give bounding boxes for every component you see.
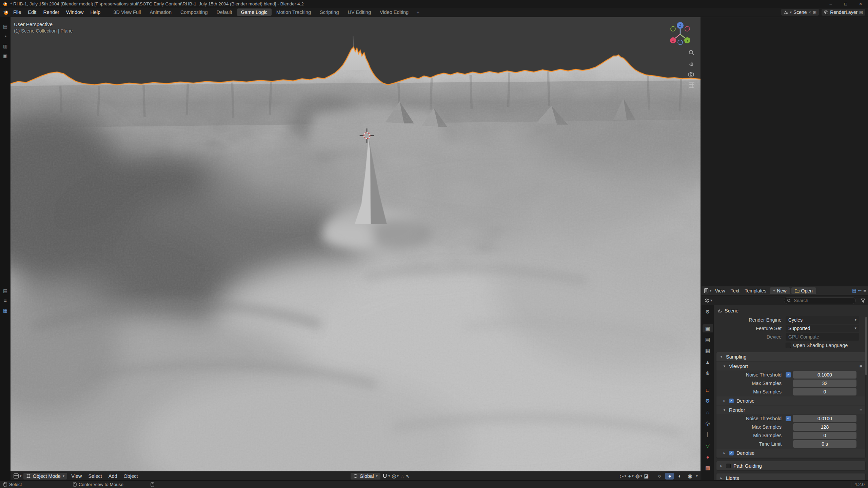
max-samples-field[interactable]: 32	[793, 380, 856, 387]
viewport-denoise-header[interactable]: ▸ ✓ Denoise	[716, 396, 865, 405]
props-tab-view-layer-icon[interactable]: ▦	[703, 347, 713, 355]
snap-extras-icon[interactable]: ∴	[400, 473, 404, 479]
menu-edit[interactable]: Edit	[24, 9, 40, 15]
props-tab-output-icon[interactable]: ▤	[703, 336, 713, 344]
editor-type-button[interactable]: ▾	[13, 473, 22, 479]
props-tab-material-icon[interactable]: ●	[703, 453, 713, 461]
text-menu-templates[interactable]: Templates	[743, 288, 768, 293]
sampling-viewport-header[interactable]: ▾ Viewport ≡	[716, 362, 865, 370]
show-object-types-button[interactable]: ▻ ▾	[620, 473, 626, 479]
transform-orientation-dropdown[interactable]: Global ▾	[351, 473, 380, 480]
menu-file[interactable]: File	[10, 9, 24, 15]
search-input[interactable]	[793, 298, 853, 303]
text-menu-text[interactable]: Text	[729, 288, 742, 293]
viewport-menu-object[interactable]: Object	[121, 473, 140, 479]
menu-render[interactable]: Render	[40, 9, 63, 15]
sampling-render-header[interactable]: ▾ Render ≡	[716, 406, 865, 414]
view-layer-new-icon[interactable]: ⊞	[859, 10, 863, 15]
editor-icon[interactable]: ▦	[3, 308, 7, 313]
scene-selector[interactable]: ▾ Scene × ⊞	[781, 9, 819, 16]
viewport-menu-add[interactable]: Add	[106, 473, 120, 479]
props-tab-object-icon[interactable]: □	[703, 386, 713, 394]
snap-magnet-button[interactable]: ▾	[382, 473, 390, 479]
tab-video-editing[interactable]: Video Editing	[376, 8, 413, 16]
sampling-panel-header[interactable]: ▾ Sampling	[716, 352, 865, 361]
render-denoise-checkbox[interactable]: ✓	[729, 451, 734, 455]
props-tab-texture-icon[interactable]: ▩	[703, 464, 713, 472]
shading-material-button[interactable]: ◐	[675, 473, 684, 480]
syntax-highlight-toggle-icon[interactable]: ≡	[863, 288, 866, 293]
maximize-button[interactable]: □	[838, 0, 853, 8]
preset-menu-icon[interactable]: ≡	[860, 407, 862, 413]
shading-solid-button[interactable]: ●	[665, 473, 674, 480]
path-guiding-checkbox[interactable]	[726, 464, 731, 468]
zoom-icon[interactable]	[688, 49, 695, 56]
tab-animation[interactable]: Animation	[145, 8, 175, 16]
editor-icon[interactable]: ▤	[3, 288, 7, 293]
shading-options-chevron[interactable]: ▾	[696, 474, 698, 478]
scene-new-icon[interactable]: ⊞	[813, 10, 816, 15]
mode-dropdown[interactable]: Object Mode ▾	[23, 473, 67, 480]
word-wrap-toggle-icon[interactable]: ↩	[858, 288, 862, 293]
props-tab-modifiers-icon[interactable]: ⚙	[703, 397, 713, 405]
lights-header[interactable]: ▸ Lights	[716, 473, 865, 480]
props-tab-world-icon[interactable]: ⊕	[703, 369, 713, 377]
viewport-menu-select[interactable]: Select	[86, 473, 104, 479]
editor-icon[interactable]: ▥	[3, 44, 7, 49]
xray-toggle[interactable]: ◪	[644, 473, 649, 479]
text-menu-view[interactable]: View	[713, 288, 727, 293]
proportional-editing-button[interactable]: ◎ ▾	[392, 473, 399, 479]
props-tab-particles-icon[interactable]: ∴	[703, 408, 713, 416]
open-text-button[interactable]: Open	[791, 287, 816, 294]
tab-compositing[interactable]: Compositing	[176, 8, 212, 16]
min-samples-field[interactable]: 0	[793, 388, 856, 395]
blender-menu-icon[interactable]	[3, 9, 8, 15]
properties-scrollbar[interactable]	[865, 317, 867, 375]
editor-icon[interactable]: ≡	[4, 298, 6, 303]
noise-threshold-checkbox[interactable]: ✓	[786, 372, 791, 378]
editor-icon[interactable]: ▣	[3, 54, 7, 59]
text-editor-type-button[interactable]: ▾	[704, 288, 712, 293]
props-tab-scene-icon[interactable]: ▲	[703, 358, 713, 366]
new-text-button[interactable]: + New	[770, 287, 790, 294]
close-button[interactable]: ×	[853, 0, 868, 8]
menu-window[interactable]: Window	[63, 9, 87, 15]
props-tab-object-data-icon[interactable]: ▽	[703, 442, 713, 450]
menu-help[interactable]: Help	[87, 9, 104, 15]
tab-motion-tracking[interactable]: Motion Tracking	[272, 8, 315, 16]
terrain-render[interactable]	[11, 17, 701, 471]
line-numbers-toggle-icon[interactable]: ▤	[852, 288, 856, 293]
viewport-denoise-checkbox[interactable]: ✓	[729, 399, 734, 403]
path-guiding-header[interactable]: ▸ Path Guiding	[716, 461, 865, 470]
render-max-samples-field[interactable]: 128	[793, 423, 856, 431]
props-tab-constraints-icon[interactable]: ∥	[703, 430, 713, 439]
time-limit-field[interactable]: 0 s	[793, 440, 856, 448]
properties-editor-type-button[interactable]: ▾	[704, 298, 712, 303]
render-denoise-header[interactable]: ▸ ✓ Denoise	[716, 449, 865, 457]
props-tab-render-icon[interactable]: ▣	[703, 324, 713, 332]
editor-icon[interactable]: ▤	[3, 24, 7, 29]
ortho-grid-icon[interactable]	[688, 82, 695, 89]
render-min-samples-field[interactable]: 0	[793, 432, 856, 439]
render-noise-threshold-field[interactable]: 0.0100	[793, 415, 856, 422]
breadcrumb-scene[interactable]: Scene	[725, 308, 738, 313]
tab-scripting[interactable]: Scripting	[316, 8, 343, 16]
overlays-button[interactable]: ◍ ▾	[635, 473, 643, 479]
minimize-button[interactable]: –	[823, 0, 838, 8]
preset-menu-icon[interactable]: ≡	[860, 364, 862, 369]
filter-icon[interactable]	[861, 298, 865, 303]
text-editor-body[interactable]	[702, 17, 868, 286]
gizmos-button[interactable]: + ▾	[628, 473, 633, 479]
noise-threshold-field[interactable]: 0.1000	[793, 371, 856, 379]
props-tab-tool-icon[interactable]: ⚙	[703, 308, 713, 316]
tab-default[interactable]: Default	[213, 8, 236, 16]
tab-uv-editing[interactable]: UV Editing	[343, 8, 375, 16]
falloff-curve-icon[interactable]: ∿	[406, 473, 410, 479]
view-layer-selector[interactable]: RenderLayer ⊞	[822, 9, 865, 16]
add-workspace-button[interactable]: +	[413, 9, 422, 15]
tab-game-logic[interactable]: Game Logic	[237, 8, 272, 16]
feature-set-dropdown[interactable]: Supported ▾	[786, 325, 859, 332]
viewport-menu-view[interactable]: View	[69, 473, 84, 479]
shading-wireframe-button[interactable]: ○	[655, 473, 664, 480]
render-engine-dropdown[interactable]: Cycles ▾	[786, 316, 859, 324]
